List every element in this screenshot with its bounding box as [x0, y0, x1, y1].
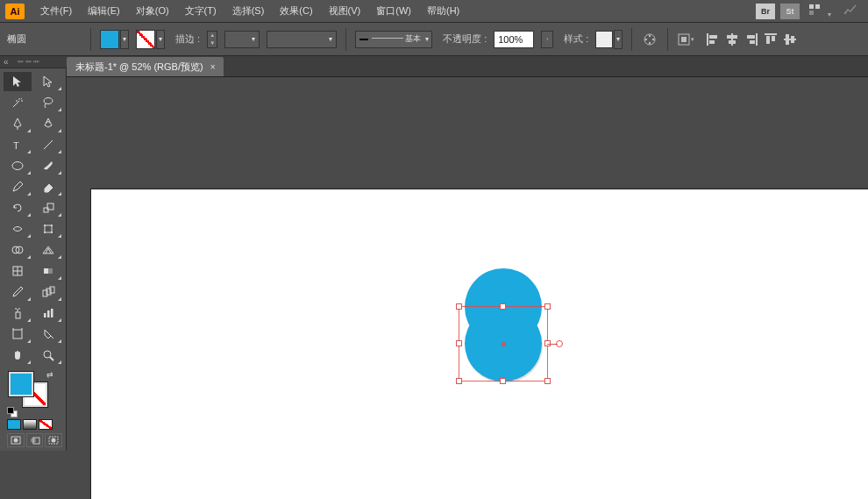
fill-color-chip[interactable]	[9, 372, 33, 396]
graph-tool[interactable]	[35, 303, 63, 323]
color-mode-solid[interactable]	[7, 419, 21, 430]
color-mode-gradient[interactable]	[23, 419, 37, 430]
svg-point-8	[645, 38, 647, 39]
artboard[interactable]	[91, 189, 868, 499]
menu-select[interactable]: 选择(S)	[225, 2, 272, 20]
handle-left[interactable]	[456, 340, 462, 346]
handle-bottom-left[interactable]	[456, 378, 462, 384]
handle-bottom-right[interactable]	[544, 378, 551, 384]
pen-tool[interactable]	[4, 114, 32, 133]
canvas-area[interactable]	[67, 77, 868, 499]
perspective-grid-tool[interactable]	[35, 240, 63, 260]
color-mode-none[interactable]	[39, 419, 53, 430]
align-top-icon[interactable]	[763, 32, 779, 47]
zoom-tool[interactable]	[35, 346, 63, 365]
toolbox: T ⇄	[0, 68, 67, 451]
svg-point-26	[44, 98, 53, 104]
app-logo: Ai	[5, 4, 25, 19]
svg-rect-25	[791, 36, 794, 43]
eyedropper-tool[interactable]	[4, 282, 32, 302]
menu-object[interactable]: 对象(O)	[129, 2, 176, 20]
scale-tool[interactable]	[35, 198, 63, 217]
svg-point-33	[44, 225, 46, 226]
handle-bottom[interactable]	[500, 378, 506, 384]
align-vcenter-icon[interactable]	[782, 32, 798, 47]
gradient-tool[interactable]	[35, 261, 63, 281]
selection-center-icon	[502, 342, 506, 346]
shape-builder-tool[interactable]	[4, 240, 32, 260]
slice-tool[interactable]	[35, 324, 63, 344]
stroke-weight-spinner[interactable]: ▲▼	[207, 31, 217, 48]
svg-rect-16	[729, 40, 736, 44]
svg-rect-13	[709, 40, 715, 44]
swap-colors-icon[interactable]: ⇄	[46, 370, 53, 379]
free-transform-tool[interactable]	[35, 219, 63, 239]
ellipse-tool[interactable]	[4, 156, 32, 175]
menu-edit[interactable]: 编辑(E)	[81, 2, 127, 20]
magic-wand-tool[interactable]	[4, 93, 32, 112]
width-tool[interactable]	[4, 219, 32, 239]
lasso-tool[interactable]	[35, 93, 63, 112]
menu-help[interactable]: 帮助(H)	[420, 2, 466, 20]
stroke-width-profile[interactable]: ▾	[267, 31, 337, 48]
draw-normal-icon[interactable]	[7, 433, 25, 447]
menu-file[interactable]: 文件(F)	[33, 2, 79, 20]
stroke-swatch[interactable]: ▾	[136, 30, 165, 49]
eraser-tool[interactable]	[35, 177, 63, 196]
stroke-weight-input[interactable]: ▾	[224, 31, 260, 48]
curvature-tool[interactable]	[35, 114, 63, 133]
workspace-switcher[interactable]: ▾	[808, 3, 831, 19]
type-tool[interactable]: T	[4, 135, 32, 154]
handle-top-right[interactable]	[544, 303, 551, 310]
svg-rect-21	[766, 36, 770, 44]
svg-rect-50	[51, 309, 53, 317]
blend-tool[interactable]	[35, 282, 63, 302]
opacity-next[interactable]: ›	[541, 31, 553, 48]
sync-icon[interactable]	[843, 3, 857, 19]
rotation-handle[interactable]	[556, 340, 563, 347]
symbol-sprayer-tool[interactable]	[4, 303, 32, 323]
align-left-icon[interactable]	[705, 32, 721, 47]
paintbrush-tool[interactable]	[35, 156, 63, 175]
artboard-tool[interactable]	[4, 324, 32, 344]
draw-behind-icon[interactable]	[26, 433, 44, 447]
document-tab[interactable]: 未标题-1* @ 52% (RGB/预览) ×	[67, 57, 224, 76]
default-colors-icon[interactable]	[7, 407, 18, 417]
stock-button[interactable]: St	[780, 4, 800, 19]
selection-tool[interactable]	[4, 72, 32, 91]
handle-top[interactable]	[500, 303, 506, 310]
align-buttons	[705, 32, 798, 47]
opacity-input[interactable]: 100%	[494, 31, 534, 48]
stroke-label: 描边 :	[175, 32, 200, 46]
color-picker[interactable]: ⇄	[4, 370, 62, 409]
document-tab-bar: 未标题-1* @ 52% (RGB/预览) ×	[0, 56, 868, 77]
svg-rect-51	[13, 330, 22, 339]
align-artboard-icon[interactable]: ▾	[677, 31, 694, 48]
menu-view[interactable]: 视图(V)	[322, 2, 368, 20]
graphic-style[interactable]: ▾	[595, 30, 623, 49]
active-tool-name: 椭圆	[7, 32, 82, 46]
recolor-icon[interactable]	[641, 31, 658, 48]
menu-effect[interactable]: 效果(C)	[273, 2, 319, 20]
draw-inside-icon[interactable]	[45, 433, 62, 447]
line-tool[interactable]	[35, 135, 63, 154]
direct-selection-tool[interactable]	[35, 72, 63, 91]
menu-window[interactable]: 窗口(W)	[369, 2, 418, 20]
brush-definition[interactable]: ━━━━ 基本▾	[355, 31, 432, 48]
rotate-tool[interactable]	[4, 198, 32, 217]
align-right-icon[interactable]	[743, 32, 759, 47]
close-tab-icon[interactable]: ×	[210, 62, 216, 72]
hand-tool[interactable]	[4, 346, 32, 365]
svg-point-7	[649, 41, 651, 43]
handle-top-left[interactable]	[456, 303, 462, 310]
menu-text[interactable]: 文字(T)	[178, 2, 224, 20]
mesh-tool[interactable]	[4, 261, 32, 281]
align-hcenter-icon[interactable]	[724, 32, 740, 47]
bridge-button[interactable]: Br	[756, 4, 775, 19]
svg-point-54	[44, 351, 51, 358]
toolbox-collapse[interactable]: «┉┉┉	[0, 56, 67, 68]
selection-bounds[interactable]	[459, 306, 548, 381]
svg-point-57	[13, 438, 18, 443]
pencil-tool[interactable]	[4, 177, 32, 196]
fill-swatch[interactable]: ▾	[100, 30, 129, 49]
